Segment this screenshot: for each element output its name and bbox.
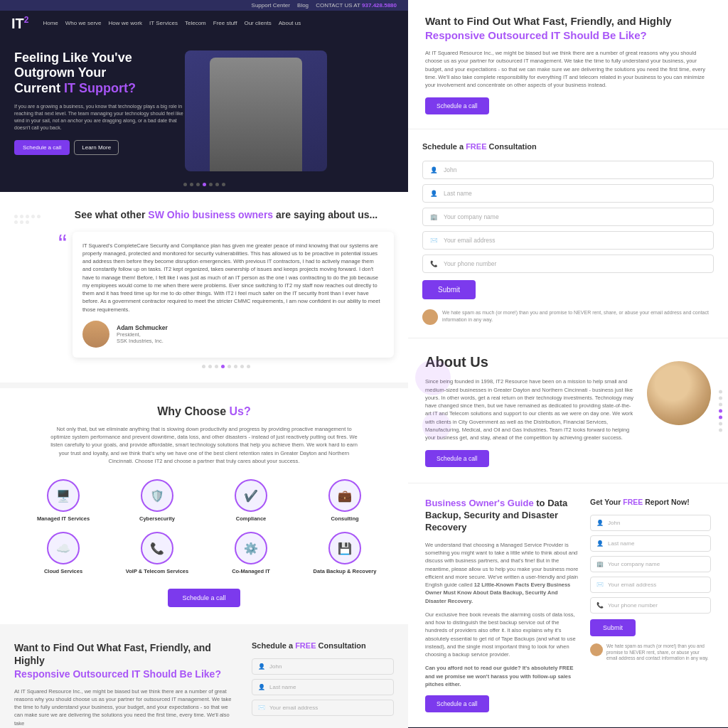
- navbar: IT2 Home Who we serve How we work IT Ser…: [0, 11, 408, 36]
- person-icon-2: 👤: [258, 684, 265, 690]
- why-description: Not only that, but we eliminate anything…: [48, 425, 360, 465]
- logo: IT2: [11, 15, 28, 32]
- person-icon-f2: 👤: [430, 190, 438, 197]
- field-company[interactable]: 🏢 Your company name: [422, 208, 714, 226]
- author-name: Adam Schmucker: [117, 324, 168, 331]
- guide-submit-btn[interactable]: Submit: [590, 619, 636, 636]
- scroll-indicator: [719, 390, 722, 432]
- nav-telecom[interactable]: Telecom: [185, 20, 206, 26]
- service-compliance: ✔️ Compliance: [209, 479, 293, 522]
- email-icon-g: ✉️: [596, 582, 604, 588]
- about-text-block: About Us Since being founded in 1998, IT…: [425, 354, 637, 467]
- building-icon: 🏢: [430, 213, 438, 220]
- testimonials-main: See what other SW Ohio business owners a…: [58, 209, 394, 368]
- field-first-name[interactable]: 👤 John: [422, 161, 714, 179]
- nav-about[interactable]: About us: [279, 20, 301, 26]
- guide-body-bottom: Can you afford not to read our guide? It…: [425, 664, 580, 688]
- hero-section: Support Center Blog CONTACT US AT 937.42…: [0, 0, 408, 192]
- guide-field-email[interactable]: ✉️ Your email address: [590, 577, 711, 593]
- guide-field-company[interactable]: 🏢 Your company name: [590, 556, 711, 572]
- submit-btn[interactable]: Submit: [422, 280, 476, 299]
- testimonials-title: See what other SW Ohio business owners a…: [58, 209, 394, 220]
- guide-body-2: Our exclusive free book reveals the alar…: [425, 611, 580, 659]
- nav-who[interactable]: Who we serve: [65, 20, 102, 26]
- guide-form: Get Your FREE Report Now! 👤 John 👤 Last …: [590, 498, 711, 712]
- field-phone[interactable]: 📞 Your phone number: [422, 255, 714, 273]
- guide-title: Business Owner's Guide to Data Backup, S…: [425, 498, 580, 534]
- phone-number: 937.428.5880: [362, 2, 397, 9]
- bottom-field-first[interactable]: 👤 John: [252, 658, 394, 675]
- field-email[interactable]: ✉️ Your email address: [422, 231, 714, 250]
- author-company: SSK Industries, Inc.: [117, 338, 168, 344]
- why-schedule-btn[interactable]: Schedule a call: [168, 589, 240, 607]
- schedule-call-right[interactable]: Schedule a call: [425, 97, 489, 114]
- guide-section: Business Owner's Guide to Data Backup, S…: [408, 483, 728, 727]
- purple-blob-1: [415, 360, 451, 395]
- about-person-img: [647, 361, 711, 425]
- person-icon-g2: 👤: [596, 540, 604, 547]
- service-managed-it: 🖥️ Managed IT Services: [21, 479, 105, 522]
- testimonial-card: IT Squared's CompleteCare Security and C…: [73, 232, 394, 358]
- bottom-consult-title: Schedule a FREE Consultation: [252, 641, 394, 650]
- hero-description: If you are a growing a business, you kno…: [14, 103, 185, 131]
- nav-it[interactable]: IT Services: [149, 20, 178, 26]
- guide-form-title: Get Your FREE Report Now!: [590, 498, 711, 506]
- side-decoration: [14, 209, 50, 368]
- testimonials-section: See what other SW Ohio business owners a…: [0, 192, 408, 382]
- phone-icon-f: 📞: [430, 260, 438, 267]
- bottom-hero-title: Want to Find Out What Fast, Friendly, an…: [14, 641, 237, 680]
- bottom-field-last[interactable]: 👤 Last name: [252, 679, 394, 695]
- guide-field-phone[interactable]: 📞 Your phone number: [590, 597, 711, 614]
- contact-label: CONTACT US AT: [316, 2, 360, 9]
- privacy-note: We hate spam as much (or more!) than you…: [422, 309, 714, 325]
- privacy-avatar: [422, 309, 438, 325]
- email-icon: ✉️: [258, 705, 265, 711]
- why-section: Why Choose Us? Not only that, but we eli…: [0, 382, 408, 624]
- right-column: Want to Find Out What Fast, Friendly, an…: [408, 0, 728, 728]
- service-cloud: ☁️ Cloud Services: [21, 532, 105, 574]
- about-title: About Us: [425, 354, 637, 370]
- field-last-name[interactable]: 👤 Last name: [422, 184, 714, 203]
- bottom-left-text: Want to Find Out What Fast, Friendly, an…: [14, 641, 237, 727]
- guide-field-last[interactable]: 👤 Last name: [590, 535, 711, 552]
- schedule-btn-hero[interactable]: Schedule a call: [14, 140, 70, 155]
- author-avatar: [82, 321, 109, 348]
- nav-free[interactable]: Free stuff: [213, 20, 237, 26]
- nav-links: Home Who we serve How we work IT Service…: [43, 20, 301, 26]
- guide-body-1: We understand that choosing a Managed Se…: [425, 541, 580, 605]
- bottom-section: Want to Find Out What Fast, Friendly, an…: [0, 624, 408, 728]
- learn-more-btn[interactable]: Learn More: [74, 140, 119, 155]
- hero-text-right: Want to Find Out What Fast, Friendly, an…: [408, 0, 728, 129]
- service-voip: 📞 VoIP & Telecom Services: [115, 532, 199, 574]
- nav-home[interactable]: Home: [43, 20, 58, 26]
- building-icon-g: 🏢: [596, 561, 604, 567]
- nav-clients[interactable]: Our clients: [244, 20, 271, 26]
- guide-privacy: We hate spam as much (or more!) than you…: [590, 643, 711, 661]
- testimonial-dots: [58, 365, 394, 368]
- carousel-dots: [0, 178, 408, 192]
- support-center-link[interactable]: Support Center: [252, 2, 290, 9]
- consult-title: Schedule a FREE Consultation: [422, 142, 714, 151]
- service-consulting: 💼 Consulting: [303, 479, 387, 522]
- guide-schedule-btn[interactable]: Schedule a call: [425, 695, 489, 712]
- about-schedule-btn[interactable]: Schedule a call: [425, 450, 489, 467]
- service-backup: 💾 Data Backup & Recovery: [303, 532, 387, 574]
- quote-icon: “: [58, 232, 67, 358]
- top-bar: Support Center Blog CONTACT US AT 937.42…: [0, 0, 408, 11]
- bottom-field-email[interactable]: ✉️ Your email address: [252, 700, 394, 716]
- hero-right-title: Want to Find Out What Fast, Friendly, an…: [425, 14, 711, 42]
- testimonial-text: IT Squared's CompleteCare Security and C…: [82, 242, 384, 314]
- guide-field-first[interactable]: 👤 John: [590, 515, 711, 531]
- hero-text: Feeling Like You've Outgrown Your Curren…: [14, 50, 185, 171]
- bottom-hero-body: At IT Squared Resource Inc., we might be…: [14, 687, 237, 727]
- service-cybersecurity: 🛡️ Cybersecurity: [115, 479, 199, 522]
- services-grid: 🖥️ Managed IT Services 🛡️ Cybersecurity …: [21, 479, 387, 574]
- bottom-right-form: Schedule a FREE Consultation 👤 John 👤 La…: [252, 641, 394, 727]
- about-section: About Us Since being founded in 1998, IT…: [408, 338, 728, 483]
- nav-how[interactable]: How we work: [109, 20, 143, 26]
- testimonial-author: Adam Schmucker President, SSK Industries…: [82, 321, 384, 348]
- phone-icon-g: 📞: [596, 602, 604, 609]
- consultation-section: Schedule a FREE Consultation 👤 John 👤 La…: [408, 129, 728, 338]
- email-icon-f: ✉️: [430, 237, 438, 244]
- blog-link[interactable]: Blog: [297, 2, 309, 9]
